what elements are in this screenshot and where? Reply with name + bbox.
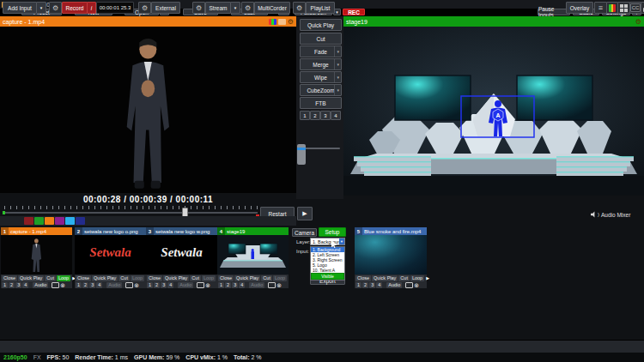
stream-button[interactable]: Stream xyxy=(205,2,231,14)
add-input-button[interactable]: Add Input xyxy=(3,2,37,14)
input-2-loop-button[interactable]: Loop xyxy=(131,275,144,281)
input-1-loop-button[interactable]: Loop xyxy=(57,275,70,281)
input-4-close-button[interactable]: Close xyxy=(218,275,234,281)
input-1-monitor-icon[interactable] xyxy=(52,282,59,288)
layer-select[interactable]: 1. Background ▾ xyxy=(310,238,345,245)
input-2-overlay-3[interactable]: 3 xyxy=(89,282,95,288)
setup-tab-button[interactable]: Setup xyxy=(319,227,346,237)
input-4-thumbnail[interactable] xyxy=(217,235,289,275)
wipe-button[interactable]: Wipe▾ xyxy=(300,71,342,83)
tbar-handle[interactable] xyxy=(297,144,306,165)
external-settings-gear-icon[interactable]: ⚙ xyxy=(138,2,151,14)
input-4-quickplay-button[interactable]: Quick Play xyxy=(234,275,260,281)
tbar-track[interactable] xyxy=(302,148,340,149)
input-2-mute-icon[interactable]: ⊗ xyxy=(134,282,139,288)
input-1-header[interactable]: 1 capture - 1.mp4 xyxy=(1,227,72,235)
transition-slot-1[interactable]: 1 xyxy=(300,111,310,120)
lock-icon[interactable] xyxy=(641,2,644,14)
input-3-loop-button[interactable]: Loop xyxy=(202,275,216,281)
colorbars-icon[interactable] xyxy=(269,19,276,25)
input-card-2[interactable]: 2 setwala new logo o.png Setwala Close Q… xyxy=(75,227,146,288)
fade-dropdown-arrow[interactable]: ▾ xyxy=(334,46,339,57)
input-3-close-button[interactable]: Close xyxy=(147,275,162,281)
input-3-quickplay-button[interactable]: Quick Play xyxy=(163,275,189,281)
audio-meter-icon[interactable] xyxy=(606,2,618,14)
input-5-monitor-icon[interactable] xyxy=(405,282,413,288)
input-4-cut-button[interactable]: Cut xyxy=(261,275,272,281)
input-3-overlay-1[interactable]: 1 xyxy=(147,282,153,288)
transition-slot-2[interactable]: 2 xyxy=(310,111,320,120)
input-5-overlay-4[interactable]: 4 xyxy=(376,282,382,288)
input-5-thumbnail[interactable] xyxy=(355,235,427,275)
layer-box-icon[interactable] xyxy=(278,19,286,25)
input-4-audio-button[interactable]: Audio xyxy=(249,282,264,288)
playlist-button[interactable]: PlayList xyxy=(306,2,335,14)
record-button[interactable]: Record xyxy=(62,2,88,14)
record-settings-gear-icon[interactable]: ⚙ xyxy=(49,2,62,14)
input-1-overlay-4[interactable]: 4 xyxy=(22,282,28,288)
input-1-thumbnail[interactable] xyxy=(1,235,72,275)
input-5-audio-button[interactable]: Audio xyxy=(386,282,402,288)
input-1-audio-button[interactable]: Audio xyxy=(33,282,48,288)
playlist-settings-gear-icon[interactable]: ⚙ xyxy=(293,2,306,14)
input-3-audio-button[interactable]: Audio xyxy=(178,282,193,288)
multiview-grid-icon[interactable] xyxy=(617,2,630,14)
input-3-mute-icon[interactable]: ⊗ xyxy=(205,282,210,288)
input-3-thumbnail[interactable]: Setwala xyxy=(146,235,217,275)
audio-mixer-toggle[interactable]: ) Audio Mixer xyxy=(591,211,630,218)
quick-play-button[interactable]: Quick Play xyxy=(300,19,342,31)
preview-monitor[interactable] xyxy=(0,27,296,193)
input-5-cut-button[interactable]: Cut xyxy=(398,275,410,281)
input-5-close-button[interactable]: Close xyxy=(355,275,371,281)
input-4-overlay-3[interactable]: 3 xyxy=(232,282,238,288)
layer-select-arrow[interactable]: ▾ xyxy=(339,238,344,244)
input-5-quickplay-button[interactable]: Quick Play xyxy=(372,275,398,281)
program-monitor[interactable]: A xyxy=(343,27,644,196)
input-2-quickplay-button[interactable]: Quick Play xyxy=(92,275,118,281)
preview-play-button[interactable]: ▶ xyxy=(297,207,313,220)
stream-dropdown-arrow[interactable]: ▾ xyxy=(230,2,240,14)
input-3-overlay-3[interactable]: 3 xyxy=(161,282,167,288)
input-1-overlay-3[interactable]: 3 xyxy=(15,282,21,288)
transition-slot-4[interactable]: 4 xyxy=(331,111,341,120)
fade-button[interactable]: Fade▾ xyxy=(300,45,342,57)
input-1-close-button[interactable]: Close xyxy=(2,275,17,281)
category-swatch-blue[interactable] xyxy=(65,217,75,225)
category-swatch-purple[interactable] xyxy=(55,217,64,225)
input-4-overlay-4[interactable]: 4 xyxy=(239,282,245,288)
multicorder-button[interactable]: MultiCorder xyxy=(254,2,290,14)
transition-slot-3[interactable]: 3 xyxy=(320,111,331,120)
visible-button[interactable]: Visible xyxy=(311,273,344,280)
input-card-5[interactable]: 5 Blue smoke and fire.mp4 Close Quick Pl… xyxy=(355,227,427,288)
input-4-header[interactable]: 4 stage19 xyxy=(217,227,289,235)
input-5-header[interactable]: 5 Blue smoke and fire.mp4 xyxy=(355,227,427,235)
input-2-overlay-2[interactable]: 2 xyxy=(82,282,88,288)
program-gear-icon[interactable]: ⚙ xyxy=(635,19,641,25)
input-1-cut-button[interactable]: Cut xyxy=(45,275,56,281)
category-swatch-red[interactable] xyxy=(24,217,33,225)
overlay-button[interactable]: Overlay xyxy=(566,2,593,14)
timeline-track[interactable] xyxy=(4,212,258,214)
input-5-overlay-3[interactable]: 3 xyxy=(369,282,375,288)
category-swatch-orange[interactable] xyxy=(45,217,54,225)
merge-dropdown-arrow[interactable]: ▾ xyxy=(334,59,339,69)
input-3-header[interactable]: 3 setwala new logo w.png xyxy=(146,227,217,235)
input-2-cut-button[interactable]: Cut xyxy=(118,275,130,281)
input-4-overlay-2[interactable]: 2 xyxy=(225,282,231,288)
input-1-mute-icon[interactable]: ⊗ xyxy=(60,282,65,288)
closed-captions-icon[interactable]: CC xyxy=(629,2,641,14)
input-4-loop-button[interactable]: Loop xyxy=(273,275,287,281)
cubezoom-dropdown-arrow[interactable]: ▾ xyxy=(334,85,339,95)
input-3-cut-button[interactable]: Cut xyxy=(190,275,201,281)
menu-list-icon[interactable]: ≡ xyxy=(594,2,607,14)
external-button[interactable]: External xyxy=(151,2,180,14)
add-input-dropdown-arrow[interactable]: ▾ xyxy=(36,2,46,14)
input-3-overlay-4[interactable]: 4 xyxy=(167,282,173,288)
input-card-4[interactable]: 4 stage19 Close Quick Play Cut xyxy=(217,227,289,288)
input-4-monitor-icon[interactable] xyxy=(268,282,276,288)
input-2-header[interactable]: 2 setwala new logo o.png xyxy=(75,227,146,235)
input-5-play-icon[interactable]: ▶ xyxy=(426,275,429,281)
input-1-quickplay-button[interactable]: Quick Play xyxy=(18,275,44,281)
ftb-button[interactable]: FTB xyxy=(300,97,342,109)
record-info-button[interactable]: i xyxy=(87,2,96,14)
